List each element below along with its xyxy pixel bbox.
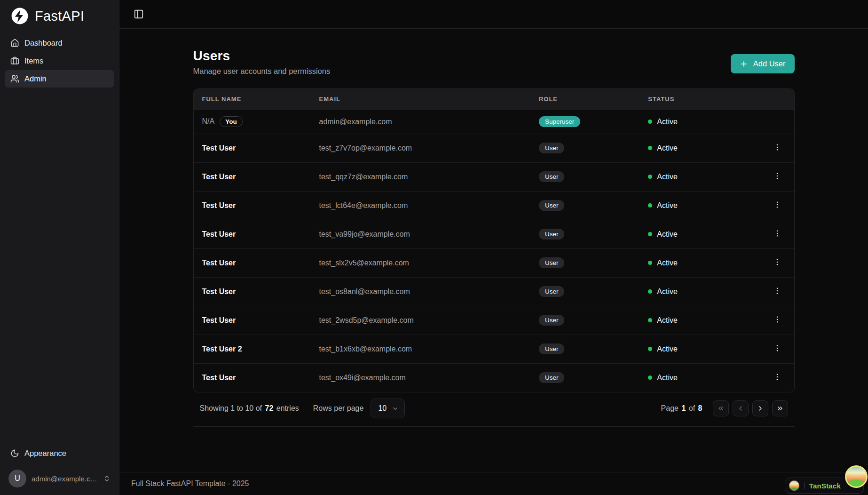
- user-email: admin@example.com: [311, 110, 530, 134]
- row-actions-menu-button[interactable]: [770, 226, 785, 241]
- panel-left-icon: [134, 9, 144, 19]
- active-status-dot: [648, 175, 652, 179]
- sidebar: FastAPI DashboardItemsAdmin Appearance U…: [0, 0, 119, 495]
- last-page-button[interactable]: [772, 400, 788, 416]
- brand-name: FastAPI: [35, 8, 84, 24]
- column-header-email: Email: [311, 89, 530, 110]
- row-actions-menu-button[interactable]: [770, 341, 785, 356]
- chevrons-right-icon: [776, 405, 784, 412]
- sidebar-item-dashboard[interactable]: Dashboard: [5, 34, 114, 52]
- active-status-dot: [648, 289, 652, 294]
- status-text: Active: [657, 287, 678, 295]
- content: Users Manage user accounts and permissio…: [119, 29, 868, 472]
- user-full-name: Test User: [202, 374, 236, 382]
- previous-page-button[interactable]: [733, 400, 749, 416]
- role-badge: User: [539, 143, 565, 153]
- ellipsis-vertical-icon: [770, 258, 785, 266]
- status-text: Active: [657, 316, 678, 324]
- sidebar-bottom: Appearance U admin@example.com: [0, 442, 119, 495]
- role-badge: User: [539, 171, 565, 182]
- column-header-full-name: Full Name: [194, 89, 311, 110]
- ellipsis-vertical-icon: [770, 373, 785, 381]
- users-table-card: Full Name Email Role Status N/AYouadmin@…: [193, 88, 795, 392]
- status-text: Active: [657, 144, 678, 152]
- active-status-dot: [648, 120, 652, 124]
- sidebar-item-items[interactable]: Items: [5, 52, 114, 70]
- active-status-dot: [648, 203, 652, 208]
- sidebar-item-label: Admin: [24, 74, 47, 83]
- status-text: Active: [657, 230, 678, 238]
- row-actions-menu-button[interactable]: [770, 140, 785, 155]
- appearance-button[interactable]: Appearance: [5, 445, 114, 462]
- ellipsis-vertical-icon: [770, 315, 785, 324]
- role-badge: User: [539, 372, 565, 383]
- active-status-dot: [648, 375, 652, 380]
- chevron-down-icon: [392, 405, 399, 412]
- user-full-name: Test User: [202, 144, 236, 152]
- tanstack-island-icon: [789, 480, 799, 491]
- first-page-button[interactable]: [713, 400, 729, 416]
- table-row: Test Usertest_ox49i@example.comUserActiv…: [194, 363, 794, 392]
- row-actions-menu-button[interactable]: [770, 283, 785, 298]
- active-status-dot: [648, 347, 652, 351]
- rows-per-page-label: Rows per page: [313, 404, 364, 413]
- active-status-dot: [648, 318, 652, 322]
- role-badge: User: [539, 343, 565, 354]
- next-page-button[interactable]: [752, 400, 768, 416]
- role-badge: User: [539, 315, 565, 326]
- table-row: Test Usertest_lct64e@example.comUserActi…: [194, 191, 794, 220]
- users-table: Full Name Email Role Status N/AYouadmin@…: [194, 89, 794, 392]
- tanstack-island-logo-large[interactable]: [845, 465, 868, 488]
- row-actions-menu-button[interactable]: [770, 255, 785, 270]
- plus-icon: [740, 60, 748, 68]
- row-actions-menu-button[interactable]: [770, 168, 785, 184]
- rows-per-page-select[interactable]: 10: [371, 399, 405, 418]
- tanstack-label: TanStack: [809, 482, 841, 490]
- row-actions-menu-button[interactable]: [770, 312, 785, 327]
- ellipsis-vertical-icon: [770, 344, 785, 352]
- status-text: Active: [657, 259, 678, 267]
- role-badge: User: [539, 286, 565, 297]
- ellipsis-vertical-icon: [770, 172, 785, 180]
- user-full-name: Test User: [202, 316, 236, 324]
- page-title: Users: [193, 48, 331, 64]
- active-status-dot: [648, 261, 652, 265]
- footer-text: Full Stack FastAPI Template - 2025: [131, 479, 249, 488]
- rows-per-page: Rows per page 10: [313, 399, 405, 418]
- sidebar-item-admin[interactable]: Admin: [5, 70, 114, 88]
- user-full-name: Test User: [202, 201, 236, 209]
- user-email: test_lct64e@example.com: [311, 191, 530, 220]
- status-text: Active: [657, 118, 678, 126]
- user-email: test_ox49i@example.com: [311, 363, 530, 392]
- moon-icon: [10, 449, 19, 458]
- role-badge: User: [539, 257, 565, 268]
- user-email: test_va99jo@example.com: [311, 220, 530, 248]
- you-badge: You: [220, 116, 243, 127]
- briefcase-icon: [10, 56, 19, 65]
- avatar: U: [8, 470, 26, 487]
- role-badge: Superuser: [539, 116, 580, 127]
- tanstack-devtools-button[interactable]: TanStack: [785, 478, 864, 494]
- sidebar-toggle-button[interactable]: [131, 6, 147, 22]
- row-actions-menu-button[interactable]: [770, 197, 785, 212]
- add-user-button[interactable]: Add User: [731, 54, 795, 73]
- page-subtitle: Manage user accounts and permissions: [193, 67, 331, 76]
- pagination-bar: Showing 1 to 10 of 72 entries Rows per p…: [193, 392, 795, 427]
- table-row: Test Usertest_slx2v5@example.comUserActi…: [194, 248, 794, 277]
- column-header-actions: [746, 89, 794, 110]
- role-badge: User: [539, 229, 565, 240]
- column-header-status: Status: [639, 89, 746, 110]
- table-header-row: Full Name Email Role Status: [194, 89, 794, 110]
- users-table-body: N/AYouadmin@example.comSuperuserActiveTe…: [194, 110, 794, 392]
- user-email: test_os8anl@example.com: [311, 277, 530, 306]
- user-email: test_2wsd5p@example.com: [311, 306, 530, 335]
- users-icon: [10, 74, 19, 83]
- user-full-name: Test User: [202, 230, 236, 238]
- total-pages: 8: [698, 404, 702, 412]
- user-menu-trigger[interactable]: U admin@example.com: [5, 466, 114, 491]
- user-full-name: N/A: [202, 117, 215, 125]
- row-actions-menu-button[interactable]: [770, 369, 785, 384]
- table-row: Test Usertest_os8anl@example.comUserActi…: [194, 277, 794, 306]
- home-icon: [10, 39, 19, 48]
- user-full-name: Test User: [202, 287, 236, 295]
